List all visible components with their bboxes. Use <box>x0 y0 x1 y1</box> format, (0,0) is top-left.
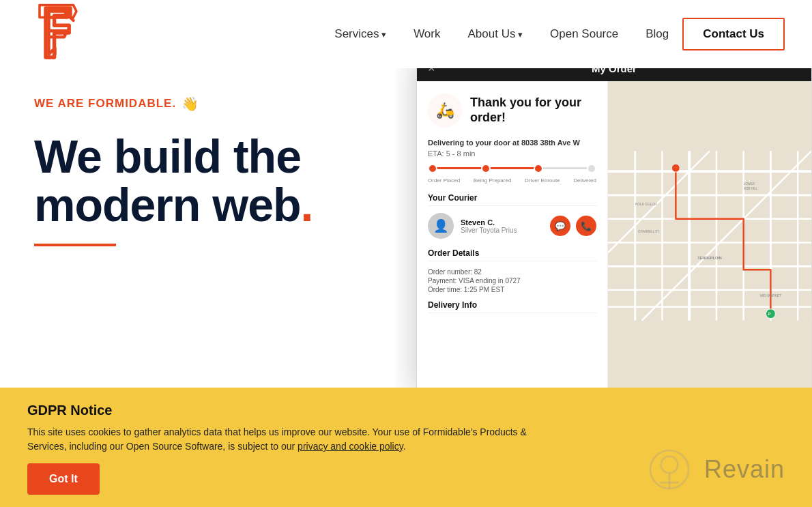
svg-text:NOB HILL: NOB HILL <box>744 187 758 190</box>
hero-title: We build the modern web. <box>34 132 362 230</box>
courier-avatar: 👤 <box>428 213 454 239</box>
navigation: Services Work About Us Open Source Blog … <box>0 0 812 68</box>
mockup-title: My Order <box>592 68 637 74</box>
nav-item-about[interactable]: About Us <box>467 27 523 41</box>
step-order-placed <box>428 164 437 173</box>
contact-button[interactable]: Contact Us <box>682 18 785 50</box>
eta-text: ETA: 5 - 8 min <box>428 149 596 158</box>
svg-text:LOWER: LOWER <box>744 182 755 186</box>
delivery-icon: 🛵 <box>428 93 462 128</box>
gdpr-banner: GDPR Notice This site uses cookies to ga… <box>0 388 812 507</box>
mockup-header: × My Order <box>417 68 811 81</box>
nav-links: Services Work About Us Open Source Blog <box>334 27 669 41</box>
order-panel: 🛵 Thank you for your order! Delivering t… <box>417 81 608 390</box>
mockup-body: 🛵 Thank you for your order! Delivering t… <box>417 81 811 390</box>
revain-text: Revain <box>704 455 785 484</box>
label-being-prepared: Being Prepared <box>474 177 512 184</box>
privacy-policy-link[interactable]: privacy and cookie policy <box>298 441 403 452</box>
order-details-section: Order Details Order number: 82 Payment: … <box>428 248 596 293</box>
step-driver-enroute <box>534 164 543 173</box>
got-it-button[interactable]: Got It <box>27 463 100 495</box>
logo[interactable] <box>27 2 89 66</box>
gdpr-body: This site uses cookies to gather analyti… <box>27 425 560 454</box>
gdpr-body-end: . <box>403 441 406 452</box>
map-svg: P TENDERLOIN MID-MARKET O'FARRELL ST POL… <box>608 81 811 390</box>
revain-branding: Revain <box>646 446 785 493</box>
gdpr-body-text: This site uses cookies to gather analyti… <box>27 426 527 452</box>
message-courier-button[interactable]: 💬 <box>550 216 570 236</box>
delivery-info-section: Delivery Info <box>428 300 596 313</box>
courier-actions: 💬 📞 <box>550 216 596 236</box>
courier-row: 👤 Steven C. Silver Toyota Prius 💬 📞 <box>428 213 596 239</box>
svg-text:POLK GULCH: POLK GULCH <box>635 203 657 206</box>
order-payment-row: Payment: VISA ending in 0727 <box>428 277 596 285</box>
main-content: WE ARE FORMIDABLE. 👋 We build the modern… <box>0 68 812 391</box>
nav-item-blog[interactable]: Blog <box>646 27 669 41</box>
nav-item-work[interactable]: Work <box>414 27 440 41</box>
svg-point-29 <box>661 457 678 474</box>
courier-info: Steven C. Silver Toyota Prius <box>461 218 517 234</box>
step-delivered <box>587 164 596 173</box>
svg-text:TENDERLOIN: TENDERLOIN <box>697 256 722 260</box>
svg-point-19 <box>671 164 680 172</box>
order-details-label: Order Details <box>428 248 596 261</box>
label-order-placed: Order Placed <box>428 177 460 184</box>
progress-track <box>428 167 596 173</box>
nav-item-opensource[interactable]: Open Source <box>550 27 618 41</box>
hero-section: WE ARE FORMIDABLE. 👋 We build the modern… <box>0 68 396 391</box>
nav-item-services[interactable]: Services <box>334 27 386 41</box>
label-driver-enroute: Driver Enroute <box>525 177 560 184</box>
thank-you-text: Thank you for your order! <box>470 96 596 125</box>
map-panel: P TENDERLOIN MID-MARKET O'FARRELL ST POL… <box>608 81 811 390</box>
svg-text:P: P <box>768 312 770 316</box>
app-mockup: × My Order 🛵 Thank you for your order! D… <box>416 68 812 391</box>
step-being-prepared <box>481 164 491 173</box>
gdpr-title: GDPR Notice <box>27 403 785 418</box>
progress-dots <box>428 164 596 173</box>
label-delivered: Delivered <box>573 177 596 184</box>
courier-vehicle: Silver Toyota Prius <box>461 227 517 234</box>
app-mockup-container: × My Order 🛵 Thank you for your order! D… <box>396 68 812 391</box>
courier-section-label: Your Courier <box>428 193 596 206</box>
hero-title-line1: We build the <box>34 130 301 182</box>
courier-name: Steven C. <box>461 218 517 227</box>
call-courier-button[interactable]: 📞 <box>576 216 596 236</box>
wave-icon: 👋 <box>182 96 199 112</box>
hero-underline <box>34 244 116 246</box>
revain-icon <box>646 446 693 493</box>
delivery-address: Delivering to your door at 8038 38th Ave… <box>428 139 596 147</box>
order-number-row: Order number: 82 <box>428 268 596 276</box>
hero-title-line2: modern web <box>34 179 301 231</box>
title-dot: . <box>301 179 313 231</box>
tagline: WE ARE FORMIDABLE. 👋 <box>34 96 362 112</box>
svg-text:O'FARRELL ST: O'FARRELL ST <box>638 230 659 233</box>
order-time-row: Order time: 1:25 PM EST <box>428 286 596 293</box>
progress-labels: Order Placed Being Prepared Driver Enrou… <box>428 177 596 184</box>
close-icon[interactable]: × <box>428 68 435 76</box>
delivery-info-label: Delivery Info <box>428 300 596 313</box>
tagline-text: WE ARE FORMIDABLE. <box>34 97 176 111</box>
svg-text:MID-MARKET: MID-MARKET <box>760 294 781 298</box>
order-thank-section: 🛵 Thank you for your order! <box>428 93 596 128</box>
